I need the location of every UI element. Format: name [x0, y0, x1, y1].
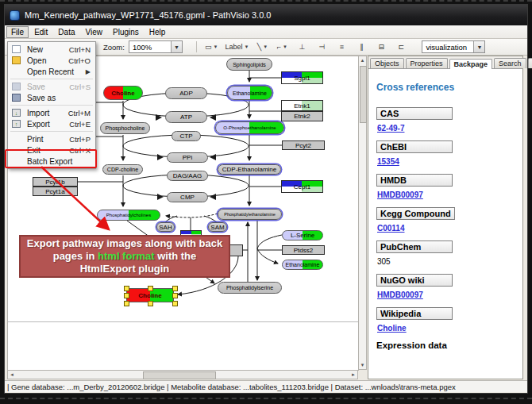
crossref-link[interactable]: C00114 [377, 224, 404, 233]
label-tool-button[interactable]: Label▼ [222, 40, 251, 54]
backpage-content: Cross references CAS62-49-7ChEBI15354HMD… [368, 69, 522, 356]
pathway-node-phosphatidylcholines[interactable]: Phosphatidylcholines [97, 210, 160, 221]
line-tool-button[interactable]: ╲▼ [253, 40, 271, 54]
pathway-node-pcyt1a[interactable]: Pcyt1a [33, 187, 78, 196]
pathway-node-phosphatidylserine[interactable]: Phosphatidylserine [218, 282, 282, 294]
file-menu-item-open-recent[interactable]: Open Recent▶ [8, 66, 95, 77]
file-menu-item-export[interactable]: ↑ExportCtrl+E [8, 118, 95, 129]
selection-handle[interactable] [148, 301, 153, 306]
align-horizontal-center-button[interactable]: ⊥ [293, 40, 310, 54]
menu-file[interactable]: File [6, 26, 29, 38]
scroll-right-icon[interactable]: ► [349, 371, 357, 379]
crossref-section: WikipediaCholine [376, 307, 515, 333]
chevron-down-icon[interactable]: ▼ [171, 41, 182, 52]
pathway-node-phosphocholine[interactable]: Phosphocholine [100, 122, 150, 134]
datanode-tool-button[interactable]: ▭▼ [202, 40, 220, 54]
vertical-scroll-thumb[interactable] [360, 66, 367, 123]
pathway-node-cdp-choline[interactable]: CDP-choline [102, 164, 143, 175]
pathway-node-ctp[interactable]: CTP [172, 131, 201, 141]
pathway-node-ethanolamine-top[interactable]: Ethanolamine [227, 86, 272, 100]
selection-handle[interactable] [172, 286, 178, 291]
pathway-node-adp[interactable]: ADP [165, 87, 207, 99]
menu-item-label: Export [27, 120, 50, 129]
file-menu-item-batch-export[interactable]: Batch Export [8, 156, 95, 167]
crossref-section: HMDBHMDB00097 [376, 174, 515, 199]
pathway-node-phosphatidylethanolamine[interactable]: Phosphatidylethanolamine [218, 209, 282, 220]
pathway-node-ethanolamine-bottom[interactable]: Ethanolamine [282, 260, 323, 270]
selection-handle[interactable] [172, 293, 178, 298]
node-label: CTP [180, 133, 193, 140]
layout-button[interactable]: ⊏ [392, 40, 410, 54]
pathway-node-cdp-ethanolamine[interactable]: CDP-Ethanolamine [218, 164, 281, 175]
selection-handle[interactable] [148, 286, 153, 291]
pathway-node-sam[interactable]: SAM [208, 222, 227, 232]
scroll-up-icon[interactable]: ▲ [359, 56, 366, 64]
menu-help[interactable]: Help [145, 26, 171, 38]
pathway-node-l-serine[interactable]: L-Serine [282, 230, 323, 240]
tab-legend[interactable]: Legend [528, 58, 532, 68]
pathway-node-ppi[interactable]: PPi [167, 152, 208, 163]
window-title: Mm_Kennedy_pathway_WP1771_45176.gpml - P… [25, 10, 271, 20]
tab-search[interactable]: Search [494, 58, 526, 68]
file-menu-item-save-as[interactable]: Save as [8, 92, 95, 103]
connector-tool-button[interactable]: ⌐▼ [273, 40, 291, 54]
title-bar[interactable]: Mm_Kennedy_pathway_WP1771_45176.gpml - P… [5, 5, 527, 25]
canvas-horizontal-scrollbar[interactable]: ◄ ► [7, 370, 358, 379]
pathway-node-o-phosphoethanolamine[interactable]: O-Phosphoethanolamine [215, 121, 284, 134]
zoom-combobox[interactable]: 100% ▼ [129, 40, 183, 53]
file-menu-item-import[interactable]: ↓ImportCtrl+M [8, 107, 95, 118]
crossref-link[interactable]: 15354 [377, 157, 399, 166]
pathway-node-etnk2[interactable]: Etnk2 [281, 111, 323, 121]
selection-handle[interactable] [172, 301, 178, 306]
crossref-link[interactable]: HMDB00097 [377, 290, 423, 299]
canvas-vertical-scrollbar[interactable]: ▲ ▼ [358, 56, 367, 370]
pathway-node-cmp[interactable]: CMP [167, 192, 208, 202]
tab-properties[interactable]: Properties [406, 58, 448, 68]
menu-item-shortcut: Ctrl+E [69, 120, 91, 129]
file-menu-item-new[interactable]: NewCtrl+N [8, 44, 95, 55]
crossref-section: CAS62-49-7 [376, 107, 515, 133]
file-menu-item-exit[interactable]: ExitCtrl+X [8, 144, 95, 156]
pathway-node-etnk1[interactable]: Etnk1 [281, 100, 323, 111]
pathway-node-choline-top[interactable]: Choline [103, 86, 143, 100]
crossref-link[interactable]: 62-49-7 [377, 124, 404, 133]
menu-data[interactable]: Data [53, 26, 79, 38]
pathway-node-pcyt1b[interactable]: Pcyt1b [33, 177, 78, 187]
pathway-node-pcyt2[interactable]: Pcyt2 [282, 140, 325, 150]
visualization-combobox[interactable]: visualization ▼ [422, 40, 485, 53]
align-vertical-center-button[interactable]: ⊣ [313, 40, 330, 54]
file-menu-item-print[interactable]: PrintCtrl+P [8, 133, 95, 144]
open-icon [12, 56, 21, 64]
selection-handle[interactable] [124, 293, 129, 298]
crossref-link[interactable]: HMDB00097 [377, 190, 423, 199]
pathway-node-atp[interactable]: ATP [165, 111, 207, 123]
distribute-vertical-button[interactable]: ∥ [353, 40, 370, 54]
pathway-node-sah[interactable]: SAH [156, 222, 175, 232]
pathway-node-sgpl1[interactable]: Sgpl1 [281, 71, 323, 84]
pathway-node-ptdss2[interactable]: Ptdss2 [282, 245, 325, 255]
node-label: PPi [183, 154, 192, 161]
tab-objects[interactable]: Objects [370, 58, 404, 68]
tab-backpage[interactable]: Backpage [449, 59, 493, 69]
side-panel-tabs: ObjectsPropertiesBackpageSearchLegend [368, 56, 522, 69]
scroll-down-icon[interactable]: ▼ [359, 361, 366, 369]
node-label: O-Phosphoethanolamine [223, 125, 276, 130]
common-size-button[interactable]: ⊟ [372, 40, 390, 54]
file-menu-item-open[interactable]: OpenCtrl+O [8, 55, 95, 66]
pathway-node-dag-aag[interactable]: DAG/AAG [167, 171, 208, 181]
menu-view[interactable]: View [80, 26, 107, 38]
distribute-horizontal-button[interactable]: ≡ [333, 40, 350, 54]
selection-handle[interactable] [124, 301, 129, 306]
pathway-node-sphingolipids[interactable]: Sphingolipids [226, 58, 272, 71]
menu-edit[interactable]: Edit [29, 26, 52, 38]
menu-plugins[interactable]: Plugins [108, 26, 144, 38]
scroll-left-icon[interactable]: ◄ [8, 371, 16, 379]
pathway-node-hidden-gene-partial[interactable] [229, 244, 243, 256]
node-label: Pcyt1b [45, 179, 64, 186]
crossref-link[interactable]: Choline [377, 324, 407, 333]
horizontal-scroll-thumb[interactable] [143, 371, 216, 379]
pathway-node-cept1[interactable]: Cept1 [281, 180, 323, 193]
selection-handle[interactable] [124, 286, 129, 291]
menu-item-label: Batch Export [27, 157, 72, 166]
chevron-down-icon[interactable]: ▼ [473, 41, 484, 52]
